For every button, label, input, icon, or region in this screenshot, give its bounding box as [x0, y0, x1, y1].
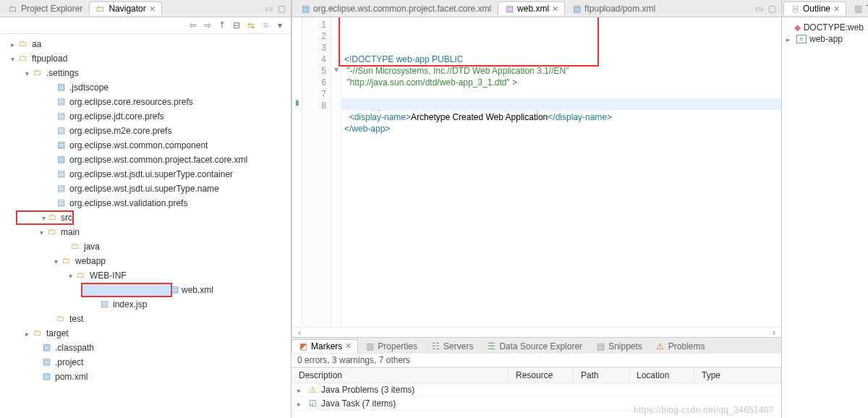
tree-leaf[interactable]: ▤org.eclipse.m2e.core.prefs [0, 124, 291, 138]
col-path[interactable]: Path [574, 368, 629, 383]
tree-node-src[interactable]: ▾🗀src [16, 210, 74, 225]
folder-icon: 🗀 [46, 226, 58, 238]
markers-group-java-problems[interactable]: ▸⚠Java Problems (3 items) [292, 383, 781, 397]
close-icon[interactable]: ✕ [833, 4, 840, 14]
collapse-all-icon[interactable]: ⊟ [231, 20, 242, 30]
folder-icon: 🗀 [48, 212, 58, 223]
outline-tree[interactable]: ◆DOCTYPE:web ▸eweb-app [782, 17, 868, 49]
tree-node-webxml[interactable]: ▤web.xml [81, 283, 172, 297]
expand-icon[interactable]: ▸ [786, 35, 793, 43]
tree-leaf[interactable]: ▤org.eclipse.wst.validation.prefs [0, 196, 291, 210]
col-description[interactable]: Description [292, 368, 509, 383]
tree-leaf[interactable]: ▤org.eclipse.jdt.core.prefs [0, 109, 291, 124]
tree-node-ftpupload[interactable]: ▾🗀ftpupload [0, 51, 291, 66]
tab-label: Servers [443, 341, 473, 351]
editor-h-scrollbar[interactable]: ‹› [292, 327, 781, 337]
menu-icon[interactable]: ▾ [275, 20, 285, 30]
tree-label: pom.xml [55, 372, 88, 382]
tab-navigator[interactable]: 🗀Navigator✕ [89, 1, 161, 15]
expand-icon[interactable]: ▸ [7, 40, 17, 48]
tree-leaf[interactable]: ▤org.eclipse.wst.common.component [0, 138, 291, 153]
col-resource[interactable]: Resource [509, 368, 574, 383]
col-location[interactable]: Location [629, 368, 694, 383]
tree-label: web.xml [182, 285, 213, 295]
tree-node-java[interactable]: 🗀java [0, 239, 291, 254]
expand-icon[interactable]: ▸ [22, 330, 32, 338]
tree-leaf[interactable]: ▤org.eclipse.wst.jsdt.ui.superType.conta… [0, 167, 291, 182]
up-icon[interactable]: ⤒ [217, 20, 227, 30]
tab-markers[interactable]: ◩Markers✕ [292, 339, 358, 353]
close-icon[interactable]: ✕ [345, 341, 352, 351]
tab-dse[interactable]: ☰Data Source Explorer [480, 339, 589, 353]
maximize-icon[interactable]: ▢ [767, 4, 777, 14]
tab-servers[interactable]: ☷Servers [424, 339, 480, 353]
tab-label: org.eclipse.wst.common.project.facet.cor… [313, 4, 491, 14]
project-icon: 🗀 [17, 53, 29, 64]
scroll-left-icon[interactable]: ‹ [298, 328, 301, 338]
collapse-icon[interactable]: ▾ [36, 229, 46, 236]
tree-leaf-project[interactable]: ▤.project [0, 355, 291, 370]
tree-node-aa[interactable]: ▸🗀aa [0, 37, 291, 51]
collapse-icon[interactable]: ▾ [51, 257, 61, 265]
tree-node-target[interactable]: ▸🗀target [0, 326, 291, 341]
col-type[interactable]: Type [694, 368, 781, 383]
tree-leaf-classpath[interactable]: ▤.classpath [0, 341, 291, 355]
outline-doctype[interactable]: ◆DOCTYPE:web [785, 22, 865, 33]
close-icon[interactable]: ✕ [149, 4, 156, 14]
tree-leaf[interactable]: ▤org.eclipse.wst.common.project.facet.co… [0, 153, 291, 167]
group-label: Java Problems (3 items) [321, 385, 414, 395]
close-icon[interactable]: ✕ [552, 4, 558, 14]
doctype-icon: ◆ [794, 22, 801, 33]
markers-rows: ▸⚠Java Problems (3 items) ▸☑Java Task (7… [292, 383, 781, 411]
datasource-icon: ☰ [486, 341, 496, 351]
forward-icon[interactable]: ⇨ [203, 20, 213, 30]
tab-problems[interactable]: ⚠Problems [649, 339, 712, 353]
tab-properties[interactable]: ▥Properties [358, 339, 424, 353]
expand-icon[interactable]: ▸ [297, 386, 305, 394]
outline-label: web-app [809, 34, 843, 44]
minimize-icon[interactable]: ▭ [263, 4, 273, 14]
tree-label: org.eclipse.core.resources.prefs [69, 97, 193, 107]
tree-node-webinf[interactable]: ▾🗀WEB-INF [0, 268, 291, 283]
tree-node-settings[interactable]: ▾🗀.settings [0, 66, 291, 80]
tree-label: src [61, 213, 72, 223]
scroll-right-icon[interactable]: › [773, 328, 775, 338]
group-label: Java Task (7 items) [321, 398, 396, 409]
tree-leaf[interactable]: ▤org.eclipse.wst.jsdt.ui.superType.name [0, 182, 291, 196]
minimize-icon[interactable]: ▭ [754, 4, 764, 14]
tab-outline[interactable]: ⌸Outline✕ [783, 1, 846, 15]
link-editor-icon[interactable]: ⇆ [246, 20, 256, 30]
tree-leaf[interactable]: ▤.jsdtscope [0, 80, 291, 95]
tab-label: Project Explorer [21, 4, 82, 14]
tree-node-indexjsp[interactable]: ▤index.jsp [0, 297, 291, 312]
tab-tasklist[interactable]: ▥T... [846, 1, 868, 15]
tree-leaf-pom[interactable]: ▤pom.xml [0, 370, 291, 384]
xml-file-icon: ▤ [300, 4, 310, 14]
tree-node-webapp[interactable]: ▾🗀webapp [0, 254, 291, 268]
collapse-icon[interactable]: ▾ [65, 272, 75, 280]
code-area[interactable]: <!DOCTYPE web-app PUBLIC "-//Sun Microsy… [341, 17, 781, 327]
outline-webapp[interactable]: ▸eweb-app [785, 33, 865, 45]
expand-icon[interactable]: ▸ [297, 400, 305, 408]
collapse-icon[interactable]: ▾ [39, 214, 48, 222]
tree-node-main[interactable]: ▾🗀main [0, 225, 291, 239]
code-editor[interactable]: ▮ 12345678 ▾ <!DOCTYPE web-app PUBLIC "-… [292, 17, 781, 327]
filter-icon[interactable]: ≡ [260, 20, 271, 30]
tab-web-xml[interactable]: ▤web.xml✕ [498, 1, 565, 15]
navigator-tree[interactable]: ▸🗀aa ▾🗀ftpupload ▾🗀.settings ▤.jsdtscope… [0, 34, 291, 418]
tab-facet-xml[interactable]: ▤org.eclipse.wst.common.project.facet.co… [294, 1, 498, 15]
maximize-icon[interactable]: ▢ [276, 4, 286, 14]
tab-snippets[interactable]: ▤Snippets [589, 339, 649, 353]
tab-project-explorer[interactable]: 🗀Project Explorer [1, 1, 89, 15]
collapse-icon[interactable]: ▾ [22, 69, 32, 77]
tree-node-test[interactable]: 🗀test [0, 312, 291, 326]
collapse-icon[interactable]: ▾ [7, 55, 17, 63]
markers-table-header: Description Resource Path Location Type [292, 367, 781, 383]
tab-label: Data Source Explorer [499, 341, 582, 351]
back-icon[interactable]: ⇦ [188, 20, 198, 30]
markers-group-java-task[interactable]: ▸☑Java Task (7 items) [292, 397, 781, 411]
tree-label: .project [55, 357, 83, 367]
problems-panel: ◩Markers✕ ▥Properties ☷Servers ☰Data Sou… [292, 337, 781, 418]
tab-pom-xml[interactable]: ▤ftpupload/pom.xml [565, 1, 662, 15]
tree-leaf[interactable]: ▤org.eclipse.core.resources.prefs [0, 95, 291, 109]
